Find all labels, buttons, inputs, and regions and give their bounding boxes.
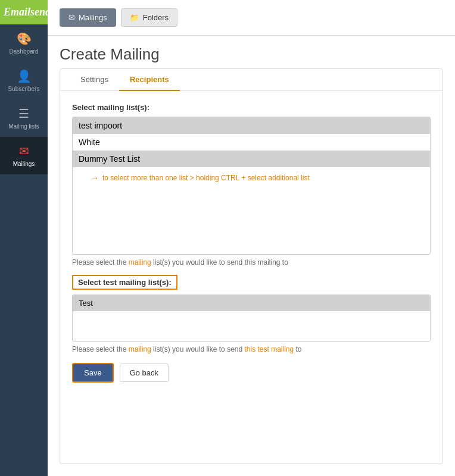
sidebar-label-mailing-lists: Mailing lists [8, 123, 39, 130]
main-content: ✉ Mailings 📁 Folders Create Mailing Sett… [48, 0, 455, 476]
mailing-list-section-label: Select mailing list(s): [72, 103, 431, 112]
subscribers-icon: 👤 [17, 69, 32, 83]
mailing-list-wrapper: test impoort White Dummy Test List to se… [72, 117, 431, 255]
app-name: Emailsend [4, 6, 51, 18]
app-logo: Emailsend [0, 0, 48, 24]
page-title: Create Mailing [60, 45, 443, 64]
folders-nav-icon: 📁 [130, 13, 139, 22]
mailings-nav-button[interactable]: ✉ Mailings [60, 8, 116, 27]
mailing-list-helper-text: Please select the mailing list(s) you wo… [72, 258, 431, 267]
tab-settings[interactable]: Settings [70, 69, 119, 91]
page-title-section: Create Mailing [48, 36, 455, 68]
tab-recipients[interactable]: Recipients [119, 69, 180, 91]
sidebar-item-subscribers[interactable]: 👤 Subscribers [0, 62, 48, 99]
test-section-label: Select test mailing list(s): [72, 275, 177, 290]
test-list-helper-highlight: mailing [129, 345, 151, 353]
test-list-helper-highlight2: this test mailing [244, 345, 294, 353]
sidebar-label-dashboard: Dashboard [10, 48, 39, 55]
folders-nav-button[interactable]: 📁 Folders [121, 8, 177, 27]
content-card: Settings Recipients Select mailing list(… [60, 68, 443, 464]
mailing-list-container: test impoort White Dummy Test List to se… [72, 117, 431, 255]
test-list-container: Test [72, 295, 431, 342]
mailing-lists-icon: ☰ [18, 107, 29, 121]
mailing-list-option-2[interactable]: Dummy Test List [73, 151, 430, 167]
sidebar: Emailsend 🎨 Dashboard 👤 Subscribers ☰ Ma… [0, 0, 48, 476]
tab-bar: Settings Recipients [60, 69, 442, 91]
mailings-nav-icon: ✉ [68, 13, 75, 22]
tab-settings-label: Settings [80, 75, 108, 84]
mailing-list-option-0[interactable]: test impoort [73, 117, 430, 134]
sidebar-item-dashboard[interactable]: 🎨 Dashboard [0, 24, 48, 62]
sidebar-label-mailings: Mailings [13, 161, 35, 167]
sidebar-label-subscribers: Subscribers [8, 86, 40, 92]
ctrl-hint-text: to select more than one list > holding C… [102, 174, 310, 182]
folders-nav-label: Folders [143, 13, 169, 22]
mailings-icon: ✉ [19, 144, 29, 158]
tab-recipients-label: Recipients [130, 75, 169, 84]
mailing-list-option-1[interactable]: White [73, 134, 430, 151]
sidebar-item-mailing-lists[interactable]: ☰ Mailing lists [0, 99, 48, 137]
test-list-helper-text: Please select the mailing list(s) you wo… [72, 345, 431, 353]
sidebar-item-mailings[interactable]: ✉ Mailings [0, 137, 48, 174]
footer-buttons: Save Go back [72, 363, 431, 383]
mailing-list-helper-highlight: mailing [129, 258, 151, 267]
form-content: Select mailing list(s): test impoort Whi… [60, 91, 442, 394]
save-button[interactable]: Save [72, 363, 114, 383]
top-navigation: ✉ Mailings 📁 Folders [48, 0, 455, 36]
dashboard-icon: 🎨 [17, 32, 32, 46]
mailings-nav-label: Mailings [79, 13, 107, 22]
ctrl-hint: to select more than one list > holding C… [91, 173, 430, 183]
test-section-label-wrapper: Select test mailing list(s): [72, 275, 431, 295]
test-list-option-0[interactable]: Test [73, 295, 430, 311]
go-back-button[interactable]: Go back [120, 364, 169, 382]
